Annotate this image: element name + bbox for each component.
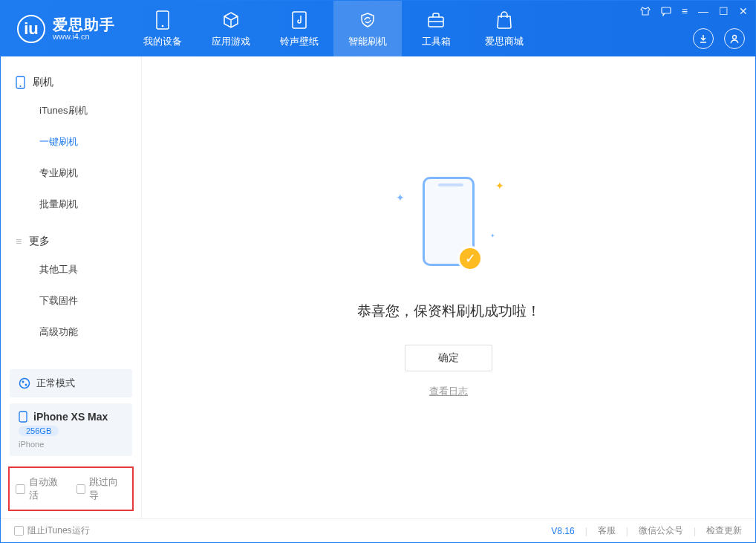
app-subtitle: www.i4.cn	[53, 32, 115, 41]
sparkle-icon: ✦	[396, 192, 405, 204]
sparkle-icon: ✦	[495, 180, 504, 192]
svg-point-8	[20, 379, 30, 388]
sparkle-icon: ✦	[490, 233, 495, 239]
device-name: iPhone XS Max	[33, 411, 108, 423]
storage-badge: 256GB	[19, 426, 59, 436]
sidebar-item-pro-flash[interactable]: 专业刷机	[1, 157, 141, 189]
nav-tab-apps[interactable]: 应用游戏	[197, 1, 265, 56]
sidebar-item-batch-flash[interactable]: 批量刷机	[1, 189, 141, 220]
nav-tab-ringtone[interactable]: 铃声壁纸	[265, 1, 333, 56]
minimize-icon[interactable]: —	[698, 5, 708, 17]
sidebar-item-advanced[interactable]: 高级功能	[1, 316, 141, 348]
account-area	[693, 28, 745, 49]
svg-point-1	[162, 25, 164, 27]
svg-point-5	[733, 36, 737, 39]
view-log-link[interactable]: 查看日志	[429, 385, 468, 398]
cube-icon	[221, 10, 241, 30]
link-support[interactable]: 客服	[598, 524, 616, 537]
user-button[interactable]	[724, 28, 745, 49]
list-icon: ≡	[16, 235, 22, 247]
version-label: V8.16	[551, 526, 574, 536]
mode-label: 正常模式	[36, 377, 75, 390]
maximize-icon[interactable]: ☐	[719, 5, 729, 17]
download-button[interactable]	[693, 28, 714, 49]
sidebar-item-other-tools[interactable]: 其他工具	[1, 254, 141, 285]
nav-tab-label: 智能刷机	[348, 35, 387, 48]
app-logo-icon: iu	[17, 15, 45, 43]
sidebar: 刷机 iTunes刷机 一键刷机 专业刷机 批量刷机 ≡ 更多 其他工具 下载固…	[1, 56, 142, 518]
checkbox-label: 阻止iTunes运行	[27, 524, 90, 537]
statusbar-right: V8.16 | 客服 | 微信公众号 | 检查更新	[551, 524, 742, 537]
nav-tab-label: 工具箱	[422, 35, 451, 48]
sidebar-group-label: 更多	[29, 235, 50, 248]
success-message: 恭喜您，保资料刷机成功啦！	[357, 302, 541, 321]
svg-rect-11	[19, 412, 27, 422]
bag-icon	[494, 10, 515, 30]
music-file-icon	[289, 10, 310, 30]
sidebar-item-download-firmware[interactable]: 下载固件	[1, 285, 141, 316]
link-wechat[interactable]: 微信公众号	[639, 524, 683, 537]
logo-text: 爱思助手 www.i4.cn	[53, 17, 115, 41]
menu-icon[interactable]: ≡	[682, 5, 688, 17]
body-area: 刷机 iTunes刷机 一键刷机 专业刷机 批量刷机 ≡ 更多 其他工具 下载固…	[1, 56, 755, 518]
phone-icon	[16, 76, 25, 89]
checkbox-skip-guide[interactable]: 跳过向导	[76, 475, 127, 502]
mode-box[interactable]: 正常模式	[10, 369, 132, 397]
close-icon[interactable]: ✕	[739, 5, 748, 17]
svg-point-9	[22, 381, 25, 383]
device-type: iPhone	[19, 440, 123, 449]
logo-area: iu 爱思助手 www.i4.cn	[1, 1, 128, 56]
checkbox-auto-activate[interactable]: 自动激活	[16, 475, 66, 502]
statusbar: 阻止iTunes运行 V8.16 | 客服 | 微信公众号 | 检查更新	[1, 518, 755, 542]
mode-icon	[19, 377, 30, 389]
checkbox-label: 跳过向导	[89, 475, 126, 502]
sidebar-group-label: 刷机	[33, 76, 53, 89]
device-name-row: iPhone XS Max	[19, 411, 123, 423]
device-icon	[152, 10, 173, 30]
success-illustration: ✦ ✦ ✦ ✓	[423, 177, 475, 266]
options-row: 自动激活 跳过向导	[8, 466, 134, 511]
nav-tab-label: 铃声壁纸	[280, 35, 319, 48]
nav-tab-label: 爱思商城	[485, 35, 524, 48]
titlebar: iu 爱思助手 www.i4.cn 我的设备 应用游戏 铃声壁纸 智能刷机	[1, 1, 755, 56]
device-info-box[interactable]: iPhone XS Max 256GB iPhone	[10, 403, 132, 456]
sidebar-item-itunes-flash[interactable]: iTunes刷机	[1, 95, 141, 126]
link-update[interactable]: 检查更新	[706, 524, 742, 537]
toolbox-icon	[426, 10, 446, 30]
checkbox-block-itunes[interactable]: 阻止iTunes运行	[14, 524, 90, 537]
svg-point-7	[20, 85, 22, 87]
feedback-icon[interactable]	[661, 6, 671, 16]
shirt-icon[interactable]	[640, 6, 651, 16]
app-window: iu 爱思助手 www.i4.cn 我的设备 应用游戏 铃声壁纸 智能刷机	[0, 0, 756, 543]
sidebar-group-flash: 刷机	[1, 70, 141, 95]
nav-tab-flash[interactable]: 智能刷机	[333, 1, 402, 56]
sidebar-item-oneclick-flash[interactable]: 一键刷机	[1, 126, 141, 157]
nav-tab-store[interactable]: 爱思商城	[470, 1, 538, 56]
svg-rect-4	[662, 7, 671, 13]
nav-tabs: 我的设备 应用游戏 铃声壁纸 智能刷机 工具箱 爱思商城	[128, 1, 538, 56]
nav-tab-toolbox[interactable]: 工具箱	[402, 1, 470, 56]
nav-tab-label: 应用游戏	[212, 35, 250, 48]
phone-icon: ✓	[423, 177, 475, 266]
nav-tab-label: 我的设备	[143, 35, 182, 48]
main-content: ✦ ✦ ✦ ✓ 恭喜您，保资料刷机成功啦！ 确定 查看日志	[142, 56, 755, 518]
ok-button[interactable]: 确定	[405, 345, 492, 371]
window-controls: ≡ — ☐ ✕	[640, 5, 748, 17]
success-check-icon: ✓	[457, 246, 483, 271]
device-phone-icon	[19, 411, 27, 423]
sidebar-group-more: ≡ 更多	[1, 229, 141, 254]
checkbox-label: 自动激活	[29, 475, 66, 502]
statusbar-left: 阻止iTunes运行	[14, 524, 90, 537]
nav-tab-device[interactable]: 我的设备	[128, 1, 197, 56]
svg-point-10	[25, 384, 27, 386]
refresh-shield-icon	[357, 10, 378, 30]
app-title: 爱思助手	[53, 17, 115, 32]
